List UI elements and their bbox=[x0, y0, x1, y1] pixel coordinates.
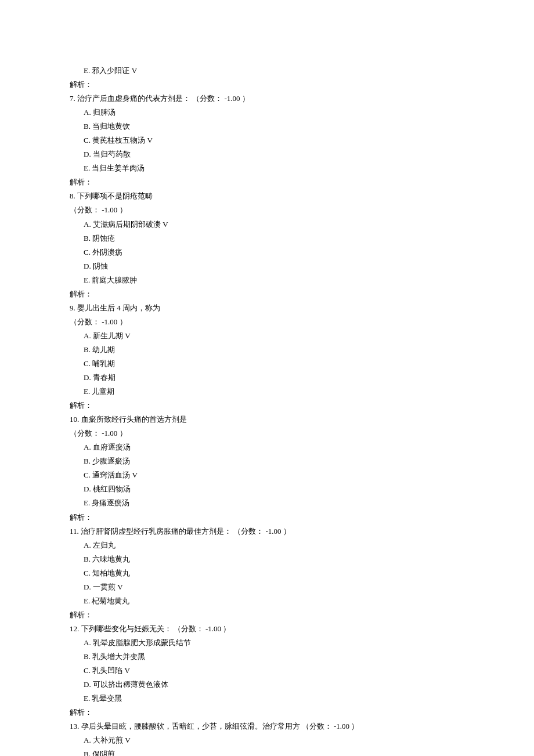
question-9-option-b: B. 幼儿期 bbox=[70, 343, 467, 357]
question-12-option-c: C. 乳头凹陷 V bbox=[70, 664, 467, 678]
question-6-explain: 解析： bbox=[70, 78, 467, 92]
question-8-option-d: D. 阴蚀 bbox=[70, 259, 467, 273]
question-10-score: （分数： -1.00 ） bbox=[70, 426, 467, 440]
question-11-text: 11. 治疗肝肾阴虚型经行乳房胀痛的最佳方剂是： （分数： -1.00 ） bbox=[70, 525, 467, 538]
question-8-option-e: E. 前庭大腺脓肿 bbox=[70, 273, 467, 287]
question-7-option-c: C. 黄芪桂枝五物汤 V bbox=[70, 133, 467, 147]
question-8-explain: 解析： bbox=[70, 287, 467, 301]
question-7-option-e: E. 当归生姜羊肉汤 bbox=[70, 161, 467, 175]
question-9-score: （分数： -1.00 ） bbox=[70, 315, 467, 329]
question-9-text: 9. 婴儿出生后 4 周内，称为 bbox=[70, 301, 467, 315]
question-11-option-a: A. 左归丸 bbox=[70, 538, 467, 552]
question-12-option-e: E. 乳晕变黑 bbox=[70, 692, 467, 706]
question-8-option-c: C. 外阴溃疡 bbox=[70, 245, 467, 259]
question-11-option-b: B. 六味地黄丸 bbox=[70, 552, 467, 566]
question-6-option-e: E. 邪入少阳证 V bbox=[70, 64, 467, 78]
question-9-option-e: E. 儿童期 bbox=[70, 385, 467, 399]
question-9-option-a: A. 新生儿期 V bbox=[70, 329, 467, 343]
question-9-explain: 解析： bbox=[70, 399, 467, 413]
page-content: E. 邪入少阳证 V 解析： 7. 治疗产后血虚身痛的代表方剂是： （分数： -… bbox=[70, 64, 467, 756]
question-10-option-e: E. 身痛逐瘀汤 bbox=[70, 496, 467, 510]
question-12-explain: 解析： bbox=[70, 706, 467, 719]
question-7-text: 7. 治疗产后血虚身痛的代表方剂是： （分数： -1.00 ） bbox=[70, 92, 467, 106]
question-10-option-d: D. 桃红四物汤 bbox=[70, 482, 467, 496]
question-13-option-b: B. 保阴煎 bbox=[70, 747, 467, 756]
question-13-text: 13. 孕后头晕目眩，腰膝酸软，舌暗红，少苔，脉细弦滑。治疗常用方 （分数： -… bbox=[70, 719, 467, 733]
question-8-score: （分数： -1.00 ） bbox=[70, 203, 467, 217]
question-10-option-b: B. 少腹逐瘀汤 bbox=[70, 454, 467, 468]
question-10-option-a: A. 血府逐瘀汤 bbox=[70, 440, 467, 454]
question-11-explain: 解析： bbox=[70, 608, 467, 622]
question-8-option-a: A. 艾滋病后期阴部破溃 V bbox=[70, 218, 467, 231]
question-10-option-c: C. 通窍活血汤 V bbox=[70, 468, 467, 482]
question-12-text: 12. 下列哪些变化与妊娠无关： （分数： -1.00 ） bbox=[70, 622, 467, 636]
question-11-option-d: D. 一贯煎 V bbox=[70, 580, 467, 594]
question-9-option-d: D. 青春期 bbox=[70, 371, 467, 385]
question-12-option-d: D. 可以挤出稀薄黄色液体 bbox=[70, 678, 467, 692]
question-7-option-d: D. 当归芍药散 bbox=[70, 147, 467, 161]
question-9-option-c: C. 哺乳期 bbox=[70, 357, 467, 371]
question-11-option-c: C. 知柏地黄丸 bbox=[70, 566, 467, 580]
question-12-option-a: A. 乳晕皮脂腺肥大形成蒙氏结节 bbox=[70, 636, 467, 650]
question-8-option-b: B. 阴蚀疮 bbox=[70, 231, 467, 245]
question-10-text: 10. 血瘀所致经行头痛的首选方剂是 bbox=[70, 413, 467, 426]
question-10-explain: 解析： bbox=[70, 511, 467, 525]
question-8-text: 8. 下列哪项不是阴疮范畴 bbox=[70, 189, 467, 203]
question-11-option-e: E. 杞菊地黄丸 bbox=[70, 594, 467, 608]
question-12-option-b: B. 乳头增大并变黑 bbox=[70, 650, 467, 664]
question-7-explain: 解析： bbox=[70, 175, 467, 189]
question-13-option-a: A. 大补元煎 V bbox=[70, 733, 467, 747]
question-7-option-a: A. 归脾汤 bbox=[70, 106, 467, 120]
question-7-option-b: B. 当归地黄饮 bbox=[70, 120, 467, 133]
